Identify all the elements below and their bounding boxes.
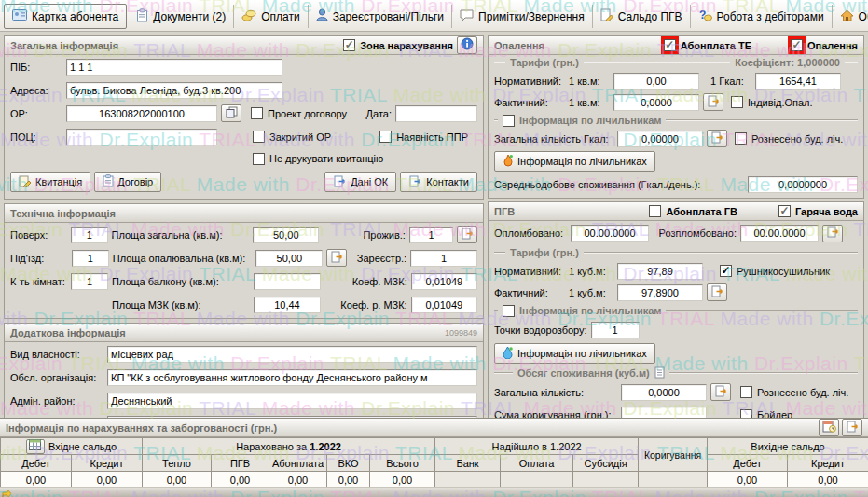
page-arrow-icon (461, 228, 475, 242)
address-input[interactable] (66, 82, 282, 99)
checkbox-label: Не друкувати квитанцію (269, 153, 383, 164)
tab-subscriber-card[interactable]: Картка абонента (4, 4, 127, 29)
actual-m3-input[interactable] (617, 284, 703, 301)
section-title: ПГВ (494, 206, 515, 217)
koef-mzk-input[interactable] (411, 273, 477, 290)
towel-dryer-checkbox[interactable]: Рушникосушильник (720, 265, 830, 277)
sealed-input[interactable] (571, 225, 649, 242)
tab-debtors[interactable]: ? Робота з дебіторами (691, 5, 833, 28)
avg-consumption-input[interactable] (748, 176, 858, 193)
record-code: 1099849 (445, 328, 477, 338)
total-gcal-assign-button[interactable] (707, 130, 727, 147)
tab-notes-appeals[interactable]: Примітки/Звернення (452, 5, 593, 28)
checkbox-box[interactable] (731, 96, 743, 108)
normative-m2-input[interactable] (613, 73, 699, 90)
abonplata-te-checkbox[interactable]: Абонплата ТЕ (664, 39, 751, 51)
date-input[interactable] (395, 105, 477, 122)
registered-input[interactable] (410, 250, 477, 267)
area-total-input[interactable] (253, 227, 319, 243)
total-volume-assign-button[interactable] (710, 383, 731, 401)
contract-button[interactable]: Договір (94, 172, 161, 192)
poc-input[interactable] (66, 129, 217, 145)
col-header: Субсидія (573, 455, 639, 472)
button-label: Інформація по лічильниках (517, 156, 647, 167)
tab-accounting-object[interactable]: Об'єкт облі (833, 5, 868, 28)
koef-r-mzk-input[interactable] (411, 297, 477, 313)
ok-data-button[interactable]: Дані ОК (324, 172, 396, 192)
tab-saldo-pgv[interactable]: Сальдо ПГВ (593, 5, 691, 28)
seal-assign-button[interactable] (822, 225, 843, 242)
checkbox-box[interactable] (720, 265, 732, 277)
status-strip (0, 487, 868, 497)
tab-registered-benefits[interactable]: Зареєстровані/Пільги (309, 5, 452, 28)
living-assign-button[interactable] (457, 226, 477, 243)
zone-accrual-checkbox[interactable]: Зона нарахування (343, 39, 453, 51)
checkbox-box[interactable] (343, 39, 355, 51)
hot-water-checkbox[interactable]: Гаряча вода (778, 205, 858, 217)
checkbox-box[interactable] (664, 39, 676, 51)
checkbox-box[interactable] (791, 39, 803, 51)
checkbox-box[interactable] (740, 386, 752, 398)
ownership-input[interactable] (107, 346, 477, 363)
district-input[interactable] (107, 393, 477, 409)
checkbox-box[interactable] (649, 205, 661, 217)
heating-counters-info-checkbox[interactable] (503, 115, 515, 127)
cell: 0,00 (370, 472, 435, 489)
pgv-counters-info-button[interactable]: Інформація по лічильниках (494, 343, 655, 364)
heating-checkbox[interactable]: Опалення (791, 39, 858, 51)
receipt-button[interactable]: Квитанція (10, 172, 90, 192)
actual-m3-assign-button[interactable] (707, 283, 727, 301)
ppr-checkbox[interactable]: Наявність ППР (379, 131, 468, 143)
normative-m3-input[interactable] (617, 263, 703, 280)
checkbox-box[interactable] (778, 205, 791, 217)
area-heated-assign-button[interactable] (326, 249, 347, 267)
spread-building-counter-checkbox[interactable]: Рознесено буд. ліч. (740, 386, 848, 398)
or-input[interactable] (66, 105, 217, 122)
pib-input[interactable] (66, 59, 282, 76)
floor-input[interactable] (71, 227, 108, 243)
checkbox-box[interactable] (253, 153, 265, 165)
calendar-clock-icon (822, 420, 836, 435)
entrance-input[interactable] (72, 250, 109, 267)
checkbox-box[interactable] (503, 115, 515, 127)
page-arrow-icon (846, 421, 860, 435)
water-points-input[interactable] (591, 322, 640, 338)
copy-or-button[interactable] (221, 104, 241, 122)
zone-info-button[interactable] (457, 36, 477, 54)
checkbox-box[interactable] (503, 305, 515, 317)
total-volume-input[interactable] (621, 384, 707, 401)
no-print-receipt-checkbox[interactable]: Не друкувати квитанцію (253, 153, 383, 165)
contract-draft-checkbox[interactable]: Проект договору (251, 107, 347, 119)
actual-m2-input[interactable] (613, 94, 699, 111)
normative-gcal-input[interactable] (755, 73, 841, 90)
area-mzk-input[interactable] (254, 297, 320, 313)
accruals-assign-button[interactable] (842, 419, 862, 436)
individual-heating-checkbox[interactable]: Індивід.Опал. (731, 96, 813, 108)
contacts-button[interactable]: Контакти (400, 172, 477, 192)
water-points-label: Точки водорозбору: (494, 324, 587, 336)
spread-building-counter-checkbox[interactable]: Рознесено буд. ліч. (735, 132, 843, 145)
checkbox-box[interactable] (253, 131, 265, 143)
calendar-history-button[interactable] (819, 419, 839, 436)
actual-m2-assign-button[interactable] (703, 93, 723, 111)
pgv-counters-info-checkbox[interactable] (503, 305, 515, 317)
rooms-label: К-ть кімнат: (10, 276, 67, 287)
avg-consumption-label: Середньодобове споживання (Гкал./день.): (494, 179, 700, 190)
checkbox-box[interactable] (735, 132, 747, 145)
area-balcony-input[interactable] (254, 273, 320, 290)
tab-documents[interactable]: Документи (2) (129, 5, 234, 28)
tab-payments[interactable]: Оплати (234, 5, 308, 28)
checkbox-box[interactable] (251, 107, 263, 119)
rooms-input[interactable] (71, 273, 108, 290)
saldo-table-button[interactable] (26, 439, 45, 454)
abonplata-gv-checkbox[interactable]: Абонплата ГВ (649, 205, 737, 217)
unsealed-input[interactable] (740, 225, 819, 242)
closed-or-checkbox[interactable]: Закритий ОР (253, 131, 331, 143)
checkbox-box[interactable] (379, 131, 392, 143)
total-gcal-input[interactable] (617, 131, 703, 147)
heating-counters-info-button[interactable]: Інформація по лічильниках (494, 151, 655, 172)
area-heated-input[interactable] (255, 250, 323, 267)
service-org-input[interactable] (107, 369, 477, 386)
additional-info-header: Додаткова інформація 1099849 (5, 324, 483, 342)
living-input[interactable] (409, 227, 453, 243)
